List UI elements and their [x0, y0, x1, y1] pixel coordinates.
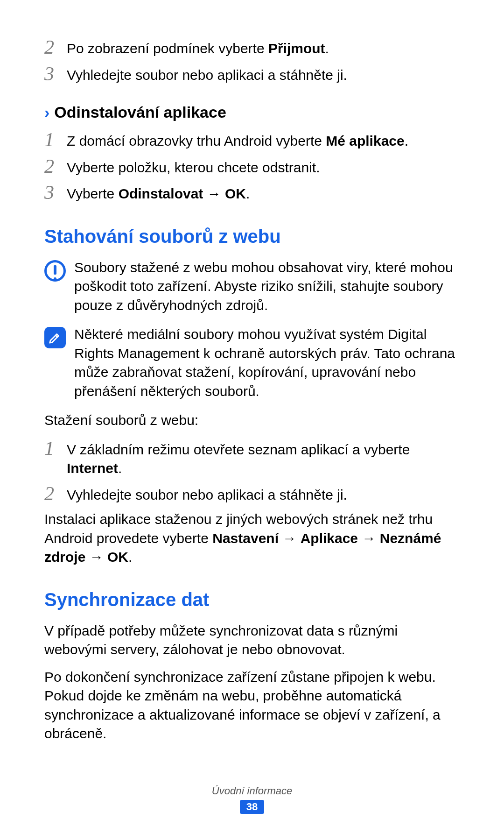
- warning-text: Soubory stažené z webu mohou obsahovat v…: [74, 258, 460, 315]
- step-text: V základním režimu otevřete seznam aplik…: [67, 438, 460, 478]
- step-number: 1: [44, 438, 67, 458]
- uninstall-step: 3Vyberte Odinstalovat → OK.: [44, 183, 460, 204]
- heading-sync: Synchronizace dat: [44, 589, 460, 610]
- top-step: 3Vyhledejte soubor nebo aplikaci a stáhn…: [44, 64, 460, 85]
- download-step: 2Vyhledejte soubor nebo aplikaci a stáhn…: [44, 484, 460, 505]
- intro-text: Stažení souborů z webu:: [44, 411, 460, 430]
- chevron-icon: ›: [44, 103, 49, 121]
- step-text: Vyberte položku, kterou chcete odstranit…: [67, 156, 320, 177]
- note-icon: [44, 327, 66, 348]
- subheading-uninstall: › Odinstalování aplikace: [44, 103, 460, 121]
- document-page: 2Po zobrazení podmínek vyberte Přijmout.…: [0, 0, 504, 827]
- step-text: Vyhledejte soubor nebo aplikaci a stáhně…: [67, 484, 347, 505]
- step-number: 2: [44, 484, 67, 503]
- step-list-top: 2Po zobrazení podmínek vyberte Přijmout.…: [44, 37, 460, 85]
- uninstall-step: 1Z domácí obrazovky trhu Android vyberte…: [44, 130, 460, 151]
- sync-paragraph-1: V případě potřeby můžete synchronizovat …: [44, 622, 460, 659]
- step-text: Po zobrazení podmínek vyberte Přijmout.: [67, 37, 329, 58]
- sync-paragraph-2: Po dokončení synchronizace zařízení zůst…: [44, 668, 460, 743]
- install-paragraph: Instalaci aplikace staženou z jiných web…: [44, 510, 460, 567]
- step-number: 2: [44, 156, 67, 176]
- note-callout: Některé mediální soubory mohou využívat …: [44, 325, 460, 401]
- warning-icon: [44, 260, 66, 282]
- download-step: 1V základním režimu otevřete seznam apli…: [44, 438, 460, 478]
- warning-callout: Soubory stažené z webu mohou obsahovat v…: [44, 258, 460, 315]
- step-number: 3: [44, 183, 67, 202]
- step-number: 2: [44, 37, 67, 57]
- step-number: 1: [44, 130, 67, 149]
- page-number-badge: 38: [240, 800, 264, 814]
- note-text: Některé mediální soubory mohou využívat …: [74, 325, 460, 401]
- page-footer: Úvodní informace 38: [0, 785, 504, 814]
- step-number: 3: [44, 64, 67, 84]
- step-text: Vyberte Odinstalovat → OK.: [67, 183, 250, 204]
- step-list-uninstall: 1Z domácí obrazovky trhu Android vyberte…: [44, 130, 460, 204]
- heading-download: Stahování souborů z webu: [44, 226, 460, 247]
- step-text: Z domácí obrazovky trhu Android vyberte …: [67, 130, 408, 151]
- step-text: Vyhledejte soubor nebo aplikaci a stáhně…: [67, 64, 347, 85]
- step-list-download: 1V základním režimu otevřete seznam apli…: [44, 438, 460, 505]
- top-step: 2Po zobrazení podmínek vyberte Přijmout.: [44, 37, 460, 58]
- subheading-title: Odinstalování aplikace: [54, 103, 226, 121]
- footer-section-label: Úvodní informace: [0, 785, 504, 797]
- uninstall-step: 2Vyberte položku, kterou chcete odstrani…: [44, 156, 460, 177]
